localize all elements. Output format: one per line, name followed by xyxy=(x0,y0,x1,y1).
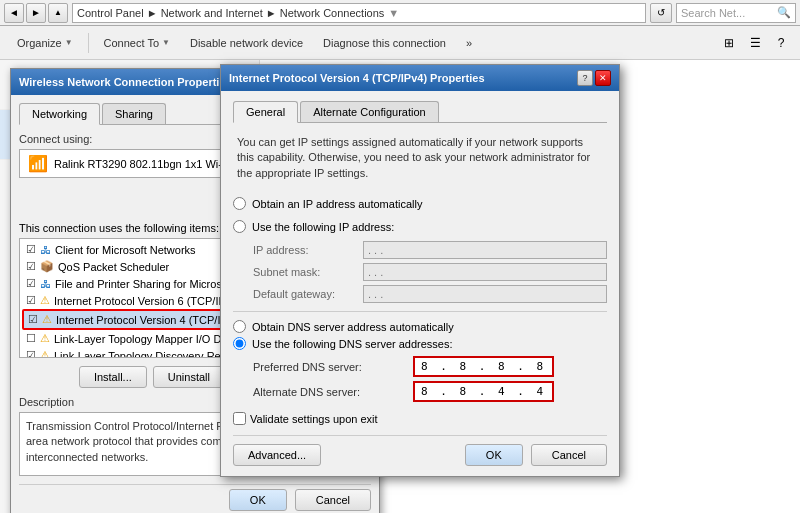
ip-address-label: IP address: xyxy=(253,244,363,256)
back-button[interactable]: ◄ xyxy=(4,3,24,23)
preferred-dns-label: Preferred DNS server: xyxy=(253,361,413,373)
preferred-dns-row: Preferred DNS server: 8 . 8 . 8 . 8 xyxy=(253,356,607,377)
uninstall-button[interactable]: Uninstall xyxy=(153,366,225,388)
organize-chevron: ▼ xyxy=(65,38,73,47)
wlan-ok-button[interactable]: OK xyxy=(229,489,287,511)
item-label-1: QoS Packet Scheduler xyxy=(58,261,169,273)
more-button[interactable]: » xyxy=(457,30,481,56)
checkbox-3[interactable] xyxy=(26,294,36,307)
wlan-footer-buttons: OK Cancel xyxy=(19,484,371,513)
tcp-body: General Alternate Configuration You can … xyxy=(221,91,619,476)
auto-ip-row: Obtain an IP address automatically xyxy=(233,195,607,212)
tab-alternate-config[interactable]: Alternate Configuration xyxy=(300,101,439,122)
manual-ip-row: Use the following IP address: xyxy=(233,218,607,235)
auto-ip-section: Obtain an IP address automatically xyxy=(233,195,607,212)
item-icon-0: 🖧 xyxy=(40,244,51,256)
toolbar-separator-1 xyxy=(88,33,89,53)
tcp-close-button[interactable]: ✕ xyxy=(595,70,611,86)
auto-ip-radio[interactable] xyxy=(233,197,246,210)
tab-networking[interactable]: Networking xyxy=(19,103,100,125)
validate-row: Validate settings upon exit xyxy=(233,412,607,425)
tab-sharing[interactable]: Sharing xyxy=(102,103,166,124)
tcp-tabs: General Alternate Configuration xyxy=(233,101,607,123)
item-label-3: Internet Protocol Version 6 (TCP/IPv6) xyxy=(54,295,241,307)
item-icon-2: 🖧 xyxy=(40,278,51,290)
manual-ip-section: Use the following IP address: xyxy=(233,218,607,235)
manual-dns-radio[interactable] xyxy=(233,337,246,350)
item-label-5: Link-Layer Topology Mapper I/O Driver xyxy=(54,333,243,345)
install-button[interactable]: Install... xyxy=(79,366,147,388)
toolbar-right: ⊞ ☰ ? xyxy=(718,32,792,54)
manual-ip-radio[interactable] xyxy=(233,220,246,233)
auto-dns-radio[interactable] xyxy=(233,320,246,333)
item-label-0: Client for Microsoft Networks xyxy=(55,244,196,256)
search-box[interactable]: Search Net... 🔍 xyxy=(676,3,796,23)
adapter-icon: 📶 xyxy=(28,154,48,173)
tcp-title-buttons: ? ✕ xyxy=(577,70,611,86)
advanced-button[interactable]: Advanced... xyxy=(233,444,321,466)
organize-button[interactable]: Organize ▼ xyxy=(8,30,82,56)
search-icon: 🔍 xyxy=(777,6,791,19)
validate-label: Validate settings upon exit xyxy=(250,413,378,425)
alternate-dns-input[interactable]: 8 . 8 . 4 . 4 xyxy=(413,381,554,402)
address-bar: ◄ ► ▲ Control Panel ► Network and Intern… xyxy=(0,0,800,26)
auto-ip-label: Obtain an IP address automatically xyxy=(252,198,422,210)
wlan-title: Wireless Network Connection Properties xyxy=(19,76,232,88)
gateway-row: Default gateway: xyxy=(253,285,607,303)
tcp-help-button[interactable]: ? xyxy=(577,70,593,86)
checkbox-5[interactable] xyxy=(26,332,36,345)
gateway-label: Default gateway: xyxy=(253,288,363,300)
item-label-4: Internet Protocol Version 4 (TCP/IPv4) xyxy=(56,314,243,326)
auto-dns-label: Obtain DNS server address automatically xyxy=(252,321,454,333)
disable-network-button[interactable]: Disable network device xyxy=(181,30,312,56)
tab-general[interactable]: General xyxy=(233,101,298,123)
connect-to-chevron: ▼ xyxy=(162,38,170,47)
help-button[interactable]: ? xyxy=(770,32,792,54)
divider xyxy=(233,311,607,312)
connect-to-button[interactable]: Connect To ▼ xyxy=(95,30,179,56)
view-button-1[interactable]: ⊞ xyxy=(718,32,740,54)
ip-address-input[interactable] xyxy=(363,241,607,259)
preferred-dns-input[interactable]: 8 . 8 . 8 . 8 xyxy=(413,356,554,377)
checkbox-4[interactable] xyxy=(28,313,38,326)
tcp-ok-button[interactable]: OK xyxy=(465,444,523,466)
refresh-button[interactable]: ↺ xyxy=(650,3,672,23)
diagnose-button[interactable]: Diagnose this connection xyxy=(314,30,455,56)
item-icon-4: ⚠ xyxy=(42,313,52,326)
tcp-title: Internet Protocol Version 4 (TCP/IPv4) P… xyxy=(229,72,485,84)
alternate-dns-row: Alternate DNS server: 8 . 8 . 4 . 4 xyxy=(253,381,607,402)
search-placeholder: Search Net... xyxy=(681,7,745,19)
manual-dns-row: Use the following DNS server addresses: xyxy=(233,335,607,352)
checkbox-6[interactable] xyxy=(26,349,36,358)
dns-section: Obtain DNS server address automatically … xyxy=(233,318,607,402)
item-icon-5: ⚠ xyxy=(40,332,50,345)
tcp-footer: Advanced... OK Cancel xyxy=(233,435,607,466)
ip-address-row: IP address: xyxy=(253,241,607,259)
tcp-titlebar: Internet Protocol Version 4 (TCP/IPv4) P… xyxy=(221,65,619,91)
subnet-row: Subnet mask: xyxy=(253,263,607,281)
checkbox-0[interactable] xyxy=(26,243,36,256)
up-button[interactable]: ▲ xyxy=(48,3,68,23)
disable-network-label: Disable network device xyxy=(190,37,303,49)
checkbox-1[interactable] xyxy=(26,260,36,273)
item-icon-1: 📦 xyxy=(40,260,54,273)
subnet-input[interactable] xyxy=(363,263,607,281)
item-icon-3: ⚠ xyxy=(40,294,50,307)
wlan-cancel-button[interactable]: Cancel xyxy=(295,489,371,511)
connect-to-label: Connect To xyxy=(104,37,159,49)
breadcrumb-text: Control Panel ► Network and Internet ► N… xyxy=(77,7,384,19)
item-icon-6: ⚠ xyxy=(40,349,50,358)
tcp-properties-dialog: Internet Protocol Version 4 (TCP/IPv4) P… xyxy=(220,64,620,477)
view-button-2[interactable]: ☰ xyxy=(744,32,766,54)
forward-button[interactable]: ► xyxy=(26,3,46,23)
gateway-input[interactable] xyxy=(363,285,607,303)
checkbox-2[interactable] xyxy=(26,277,36,290)
diagnose-label: Diagnose this connection xyxy=(323,37,446,49)
alternate-dns-label: Alternate DNS server: xyxy=(253,386,413,398)
manual-dns-label: Use the following DNS server addresses: xyxy=(252,338,453,350)
subnet-label: Subnet mask: xyxy=(253,266,363,278)
toolbar: Organize ▼ Connect To ▼ Disable network … xyxy=(0,26,800,60)
validate-checkbox[interactable] xyxy=(233,412,246,425)
tcp-cancel-button[interactable]: Cancel xyxy=(531,444,607,466)
more-label: » xyxy=(466,37,472,49)
